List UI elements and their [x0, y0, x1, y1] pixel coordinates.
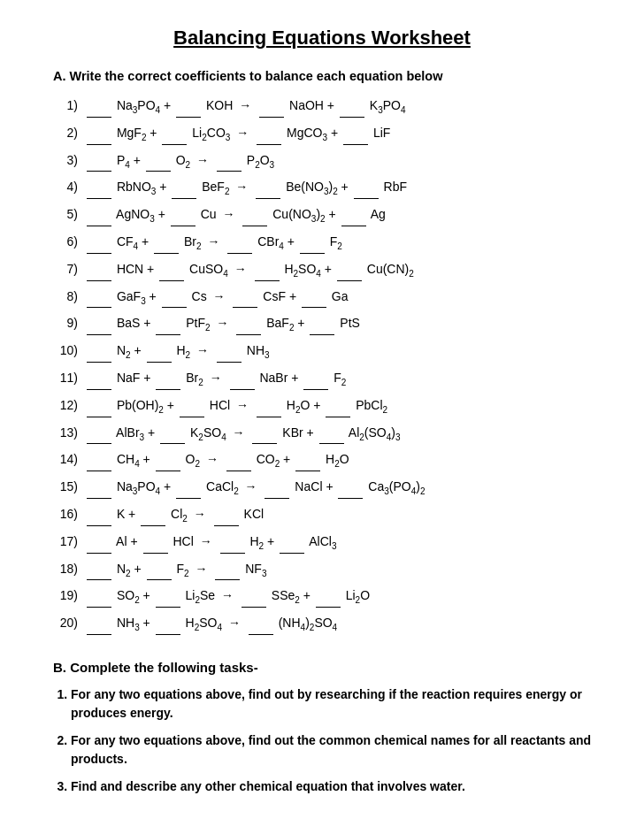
equation-content: SO2 + Li2Se → SSe2 + Li2O: [85, 585, 370, 608]
equation-item: 10) N2 + H2 → NH3: [44, 340, 600, 363]
equation-item: 20) NH3 + H2SO4 → (NH4)2SO4: [44, 613, 600, 635]
equation-item: 11) NaF + Br2 → NaBr + F2: [44, 368, 600, 390]
equation-number: 20): [44, 613, 78, 634]
equation-item: 3) P4 + O2 → P2O3: [44, 150, 600, 172]
equation-item: 17) Al + HCl → H2 + AlCl3: [44, 532, 600, 554]
equation-content: K + Cl2 → KCl: [85, 504, 264, 526]
equation-content: P4 + O2 → P2O3: [85, 150, 274, 172]
section-a-header: A. Write the correct coefficients to bal…: [53, 69, 600, 83]
equation-item: 13) AlBr3 + K2SO4 → KBr + Al2(SO4)3: [44, 423, 600, 445]
equation-number: 19): [44, 585, 78, 607]
equation-content: CH4 + O2 → CO2 + H2O: [85, 449, 349, 471]
equation-number: 17): [44, 532, 78, 553]
equation-content: CF4 + Br2 → CBr4 + F2: [85, 232, 342, 254]
equation-content: NH3 + H2SO4 → (NH4)2SO4: [85, 613, 337, 635]
equation-number: 11): [44, 368, 78, 389]
section-b-header: B. Complete the following tasks-: [53, 660, 600, 675]
equation-content: AlBr3 + K2SO4 → KBr + Al2(SO4)3: [85, 423, 401, 445]
equation-item: 16) K + Cl2 → KCl: [44, 504, 600, 526]
equation-content: NaF + Br2 → NaBr + F2: [85, 368, 346, 390]
equation-content: HCN + CuSO4 → H2SO4 + Cu(CN)2: [85, 259, 414, 281]
equation-number: 16): [44, 504, 78, 525]
equation-content: Pb(OH)2 + HCl → H2O + PbCl2: [85, 395, 387, 417]
equation-number: 10): [44, 340, 78, 362]
equation-item: 8) GaF3 + Cs → CsF + Ga: [44, 287, 600, 309]
equation-item: 6) CF4 + Br2 → CBr4 + F2: [44, 232, 600, 254]
equation-number: 12): [44, 395, 78, 417]
equation-content: BaS + PtF2 → BaF2 + PtS: [85, 313, 360, 335]
equation-content: RbNO3 + BeF2 → Be(NO3)2 + RbF: [85, 177, 407, 199]
equation-item: 4) RbNO3 + BeF2 → Be(NO3)2 + RbF: [44, 177, 600, 199]
equation-number: 8): [44, 287, 78, 308]
equation-content: AgNO3 + Cu → Cu(NO3)2 + Ag: [85, 204, 386, 226]
equation-list: 1) Na3PO4 + KOH → NaOH + K3PO42) MgF2 + …: [44, 96, 600, 635]
equation-number: 15): [44, 477, 78, 498]
equation-item: 9) BaS + PtF2 → BaF2 + PtS: [44, 313, 600, 335]
task-item: Find and describe any other chemical equ…: [71, 777, 600, 796]
equation-number: 4): [44, 177, 78, 198]
equation-number: 7): [44, 259, 78, 280]
equation-content: N2 + F2 → NF3: [85, 559, 266, 581]
equation-number: 5): [44, 204, 78, 226]
equation-number: 14): [44, 449, 78, 471]
task-item: For any two equations above, find out th…: [71, 731, 600, 769]
task-item: For any two equations above, find out by…: [71, 685, 600, 723]
equation-content: N2 + H2 → NH3: [85, 340, 270, 363]
equation-item: 5) AgNO3 + Cu → Cu(NO3)2 + Ag: [44, 204, 600, 226]
equation-number: 3): [44, 150, 78, 172]
equation-number: 1): [44, 96, 78, 117]
equation-number: 9): [44, 313, 78, 334]
equation-number: 6): [44, 232, 78, 253]
equation-item: 15) Na3PO4 + CaCl2 → NaCl + Ca3(PO4)2: [44, 477, 600, 499]
page-title: Balancing Equations Worksheet: [44, 27, 600, 50]
equation-content: GaF3 + Cs → CsF + Ga: [85, 287, 349, 309]
tasks-list: For any two equations above, find out by…: [71, 685, 600, 796]
equation-item: 19) SO2 + Li2Se → SSe2 + Li2O: [44, 585, 600, 608]
equation-item: 14) CH4 + O2 → CO2 + H2O: [44, 449, 600, 471]
equation-item: 12) Pb(OH)2 + HCl → H2O + PbCl2: [44, 395, 600, 417]
equation-item: 7) HCN + CuSO4 → H2SO4 + Cu(CN)2: [44, 259, 600, 281]
equation-item: 18) N2 + F2 → NF3: [44, 559, 600, 581]
equation-item: 2) MgF2 + Li2CO3 → MgCO3 + LiF: [44, 123, 600, 145]
equation-content: Na3PO4 + CaCl2 → NaCl + Ca3(PO4)2: [85, 477, 426, 499]
equation-item: 1) Na3PO4 + KOH → NaOH + K3PO4: [44, 96, 600, 118]
equation-content: Na3PO4 + KOH → NaOH + K3PO4: [85, 96, 405, 118]
equation-content: MgF2 + Li2CO3 → MgCO3 + LiF: [85, 123, 390, 145]
equation-number: 13): [44, 423, 78, 444]
equation-content: Al + HCl → H2 + AlCl3: [85, 532, 336, 554]
equation-number: 2): [44, 123, 78, 144]
equation-number: 18): [44, 559, 78, 580]
